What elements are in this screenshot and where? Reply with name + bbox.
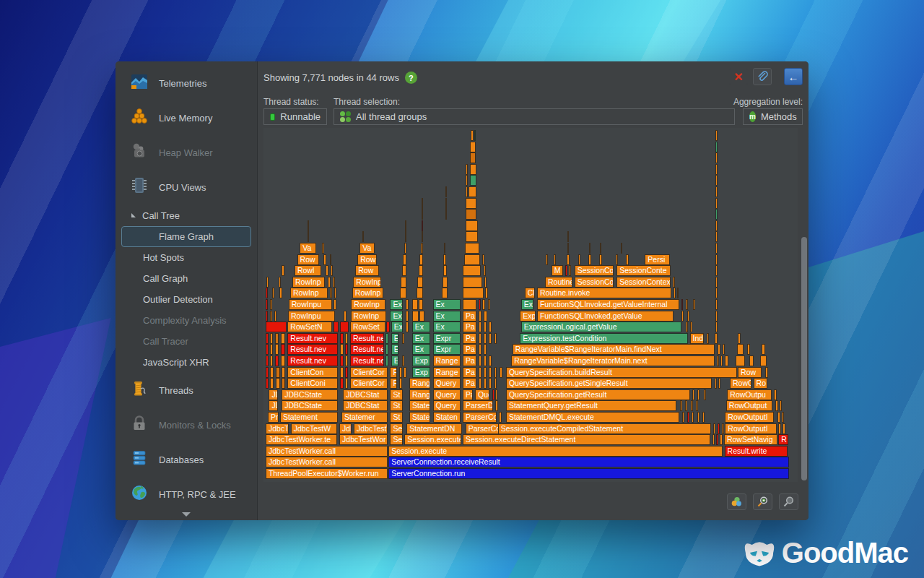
flame-cell[interactable]: Se [390,423,403,434]
flame-cell[interactable]: Ex [391,333,398,344]
sidebar-item-call-tree[interactable]: Call Tree [116,204,257,226]
flame-cell[interactable] [707,333,709,344]
flame-cell[interactable] [406,311,409,322]
flame-cell[interactable] [419,311,424,322]
flame-cell[interactable]: Expr [433,333,461,344]
flame-cell[interactable] [443,265,447,276]
flame-cell[interactable] [471,130,474,141]
flame-cell[interactable] [479,367,481,378]
flame-cell[interactable] [713,423,715,434]
flame-cell[interactable] [326,265,328,276]
flame-cell[interactable] [403,254,406,265]
flame-cell[interactable]: JdbcTestWorker.te [266,434,337,445]
flame-cell[interactable] [466,175,467,186]
flame-cell[interactable] [445,198,447,209]
flame-cell[interactable] [765,367,768,378]
flame-cell[interactable]: RowOutput [726,400,772,411]
flame-cell[interactable] [718,378,720,389]
flame-cell[interactable]: RowSetN [287,322,332,332]
flame-cell[interactable]: Pa [463,389,473,400]
flame-cell[interactable]: Ex [433,311,461,322]
sidebar-item-javascript-xhr[interactable]: JavaScript XHR [116,352,257,373]
flame-cell[interactable]: RowInp [353,277,380,288]
flame-cell[interactable] [691,400,693,411]
flame-cell[interactable] [386,322,390,332]
flame-cell[interactable]: JDBCState [282,400,338,411]
flame-cell[interactable] [712,434,715,445]
flame-cell[interactable]: QuerySpecification.buildResult [506,367,737,378]
flame-cell[interactable] [266,378,269,389]
flame-cell[interactable]: Staten [409,400,430,411]
flame-cell[interactable] [466,220,478,231]
flame-cell[interactable]: JdbcTestWorker.call [266,446,388,457]
flame-cell[interactable]: Session.executeDirectStatement [463,434,710,445]
flame-cell[interactable] [323,254,326,265]
flame-cell[interactable]: Query [433,378,461,389]
flame-cell[interactable] [715,130,718,141]
flame-cell[interactable]: Ex [412,344,430,355]
flame-cell[interactable] [484,311,487,322]
flame-cell[interactable]: RowInp [290,288,328,298]
flame-cell[interactable] [419,265,424,276]
flame-cell[interactable] [466,186,467,197]
sidebar-item-call-graph[interactable]: Call Graph [116,268,257,289]
flame-cell[interactable] [422,220,423,231]
flame-cell[interactable] [402,333,405,344]
flame-cell[interactable]: JDBCStat [343,400,387,411]
flame-cell[interactable] [330,254,331,265]
sidebar-item-flame-graph[interactable]: Flame Graph [121,226,251,247]
flame-cell[interactable] [308,220,309,231]
flame-cell[interactable] [362,231,364,242]
flame-cell[interactable]: Result.ne [350,333,384,344]
flame-cell[interactable] [567,243,569,254]
flame-cell[interactable] [400,288,406,298]
flame-cell[interactable] [282,367,285,378]
flame-cell[interactable] [715,288,718,298]
flame-cell[interactable] [412,299,417,310]
flame-cell[interactable]: Query [433,400,461,411]
flame-cell[interactable] [266,277,269,288]
flame-cell[interactable]: Range [433,367,461,378]
flame-cell[interactable] [442,288,448,298]
flame-cell[interactable] [736,355,745,366]
flame-cell[interactable] [484,367,487,378]
flame-cell[interactable]: Va [359,243,375,254]
flame-cell[interactable] [345,367,348,378]
flame-cell[interactable] [330,288,333,298]
flame-cell[interactable] [718,423,720,434]
flame-cell[interactable] [621,243,622,254]
flame-cell[interactable] [266,299,268,310]
flame-cell[interactable] [715,299,718,310]
flame-cell[interactable] [690,322,692,332]
flame-cell[interactable]: RowInp [351,311,387,322]
flame-cell[interactable] [567,254,570,265]
flame-cell[interactable]: SessionConte [616,265,671,276]
flame-cell[interactable] [716,434,719,445]
flame-cell[interactable] [626,254,629,265]
flame-cell[interactable] [445,186,447,197]
flame-cell[interactable] [485,288,488,298]
flame-cell[interactable]: Result.write [725,446,788,457]
flame-cell[interactable]: QuerySpecification.getResult [506,389,690,400]
flame-cell[interactable] [702,412,705,423]
flame-cell[interactable] [345,378,348,389]
flame-cell[interactable] [783,423,785,434]
flame-cell[interactable] [715,220,718,231]
flame-cell[interactable] [422,209,423,220]
flame-cell[interactable]: Persi [645,254,670,265]
sidebar-item-telemetries[interactable]: Telemetries [116,66,257,100]
thread-selection-select[interactable]: All thread groups [334,108,735,125]
flame-cell[interactable] [495,389,497,400]
back-button[interactable]: ← [784,68,803,85]
flame-cell[interactable] [463,299,476,310]
flame-cell[interactable]: RowSetNavig [724,434,777,445]
flame-cell[interactable]: Pa [463,311,476,322]
flame-cell[interactable]: SessionContex [616,277,671,288]
flame-cell[interactable] [715,311,718,322]
scrollbar-thumb[interactable] [801,237,807,480]
flame-cell[interactable]: Ind [690,333,704,344]
flame-cell[interactable]: Query [433,389,461,400]
flame-cell[interactable] [778,423,781,434]
flame-cell[interactable]: Va [300,243,315,254]
flame-cell[interactable] [328,277,331,288]
